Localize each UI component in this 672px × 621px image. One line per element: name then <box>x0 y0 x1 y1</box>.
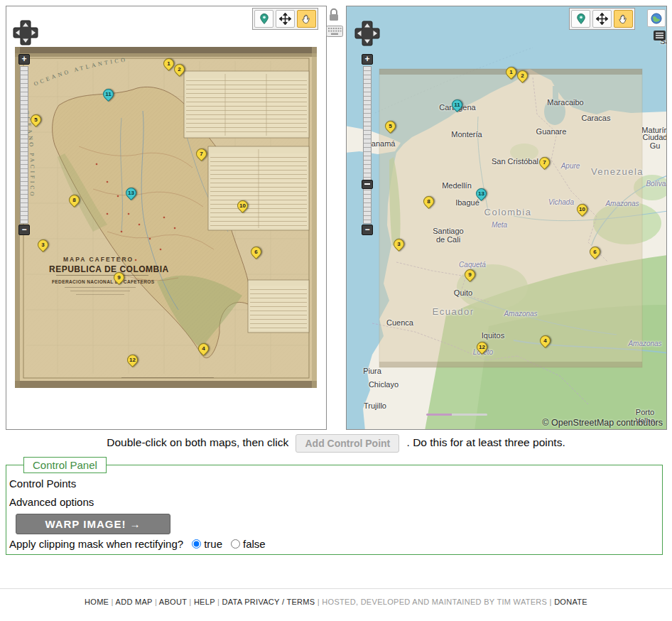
osm-attribution: © OpenStreetMap contributors <box>542 418 663 428</box>
pin-icon <box>259 13 269 25</box>
control-point-number: 8 <box>424 197 433 206</box>
control-point-number: 7 <box>540 158 549 167</box>
control-point-number: 2 <box>518 71 527 80</box>
svg-text:REPUBLICA DE COLOMBIA: REPUBLICA DE COLOMBIA <box>49 264 169 274</box>
footer-separator: | <box>109 598 115 606</box>
keyboard-shortcuts-icon[interactable] <box>326 26 343 37</box>
zoom-in-button[interactable]: + <box>18 54 30 65</box>
lock-zoom-icon[interactable] <box>327 7 340 23</box>
footer-separator: | <box>547 598 554 606</box>
control-point-number: 6 <box>590 247 600 256</box>
instruction-after: . Do this for at least three points. <box>407 436 565 448</box>
control-panel-legend: Control Panel <box>23 457 107 473</box>
control-point-number: 12 <box>477 342 487 352</box>
footer-link[interactable]: HOME <box>85 598 109 606</box>
footer-separator: | <box>153 598 159 606</box>
control-point-number: 13 <box>126 188 136 198</box>
move-point-tool-button[interactable] <box>276 10 295 28</box>
instruction-bar: Double-click on both maps, then click Ad… <box>0 434 672 453</box>
scan-table-middle <box>208 146 309 230</box>
globe-icon <box>651 13 662 24</box>
zoom-bar: + − <box>18 54 30 235</box>
footer-link[interactable]: DONATE <box>554 598 587 606</box>
clipping-mask-label: Apply clipping mask when rectifying? <box>9 538 183 550</box>
footer-credit-text: HOSTED, DEVELOPED AND MAINTAINED BY TIM … <box>322 598 547 606</box>
footer: HOME | ADD MAP | ABOUT | HELP | DATA PRI… <box>0 598 672 606</box>
pan-control[interactable] <box>354 21 380 46</box>
control-point-number: 9 <box>114 273 124 282</box>
advanced-options-section-toggle[interactable]: Advanced options <box>9 493 662 512</box>
control-point-number: 4 <box>541 336 550 345</box>
hand-icon <box>301 14 312 25</box>
footer-divider <box>0 588 672 589</box>
clip-false-label: false <box>243 538 266 550</box>
control-panel: Control Panel Control Points Advanced op… <box>6 457 663 555</box>
source-map-panel[interactable]: OCEANO ATLANTICO OCEANO PACIFICO MAPA CA… <box>6 6 327 430</box>
zoom-in-button[interactable]: + <box>362 54 373 65</box>
add-point-tool-button[interactable] <box>254 10 273 28</box>
control-point-number: 10 <box>238 201 247 210</box>
scale-bar <box>426 414 487 416</box>
control-point-number: 1 <box>506 68 516 77</box>
control-point-number: 8 <box>70 195 79 205</box>
clip-true-radio[interactable] <box>192 539 201 549</box>
zoom-slider-track[interactable] <box>363 66 372 224</box>
destination-map-panel[interactable]: SaCartagenaMaracaiboCaracasMaturínCiudad… <box>346 6 667 430</box>
clip-true-label: true <box>204 538 222 550</box>
control-point-number: 9 <box>465 270 475 279</box>
scanned-map-image[interactable]: OCEANO ATLANTICO OCEANO PACIFICO MAPA CA… <box>15 47 317 388</box>
move-arrows-icon <box>279 13 291 25</box>
control-points-section-toggle[interactable]: Control Points <box>9 475 662 493</box>
mapwarper-rectify-page: OCEANO ATLANTICO OCEANO PACIFICO MAPA CA… <box>0 0 672 621</box>
control-point-number: 1 <box>164 59 173 68</box>
clip-false-radio[interactable] <box>231 539 240 549</box>
zoom-out-button[interactable]: − <box>362 225 373 235</box>
footer-link[interactable]: HELP <box>194 598 215 606</box>
pin-icon <box>576 13 586 25</box>
control-point-number: 4 <box>199 344 208 353</box>
pan-control[interactable] <box>13 20 38 45</box>
move-point-tool-button[interactable] <box>592 10 612 28</box>
warp-overlay-preview <box>379 69 642 367</box>
control-point-number: 11 <box>104 90 113 99</box>
layers-icon <box>654 31 666 40</box>
zoom-slider-handle[interactable] <box>362 180 373 189</box>
control-point-number: 10 <box>578 205 587 214</box>
footer-separator: | <box>315 598 322 606</box>
zoom-bar: + − <box>362 54 373 235</box>
instruction-before: Double-click on both maps, then click <box>107 436 288 448</box>
basemap-globe-button[interactable] <box>647 9 666 27</box>
footer-separator: | <box>187 598 194 606</box>
footer-separator: | <box>215 598 222 606</box>
svg-text:FEDERACION NACIONAL DE CAFETER: FEDERACION NACIONAL DE CAFETEROS <box>52 279 155 284</box>
zoom-slider-track[interactable] <box>20 66 28 224</box>
scan-table-top <box>184 71 309 138</box>
control-point-number: 6 <box>251 247 261 256</box>
pan-tool-button[interactable] <box>297 10 316 28</box>
pan-tool-button[interactable] <box>614 10 633 28</box>
control-point-number: 12 <box>128 355 137 364</box>
footer-link[interactable]: ABOUT <box>159 598 187 606</box>
control-point-number: 13 <box>477 189 486 198</box>
control-point-number: 2 <box>175 65 184 74</box>
svg-text:MAPA CAFETERO: MAPA CAFETERO <box>63 256 134 263</box>
control-point-number: 3 <box>38 240 48 249</box>
move-arrows-icon <box>596 13 608 25</box>
control-point-number: 5 <box>386 122 395 131</box>
source-toolbar <box>252 8 318 30</box>
control-point-number: 5 <box>31 115 40 124</box>
control-point-number: 3 <box>394 239 403 249</box>
control-point-number: 7 <box>197 149 206 158</box>
zoom-out-button[interactable]: − <box>18 225 30 235</box>
destination-toolbar <box>569 8 635 30</box>
control-point-number: 11 <box>452 100 462 109</box>
scan-table-bottom <box>248 280 309 333</box>
footer-link[interactable]: DATA PRIVACY / TERMS <box>222 598 315 606</box>
footer-link[interactable]: ADD MAP <box>116 598 153 606</box>
add-control-point-button[interactable]: Add Control Point <box>296 434 399 453</box>
add-point-tool-button[interactable] <box>571 10 590 28</box>
warp-image-button[interactable]: WARP IMAGE! → <box>16 514 170 534</box>
layer-switcher-tab[interactable] <box>654 31 666 43</box>
hand-icon <box>618 14 629 25</box>
